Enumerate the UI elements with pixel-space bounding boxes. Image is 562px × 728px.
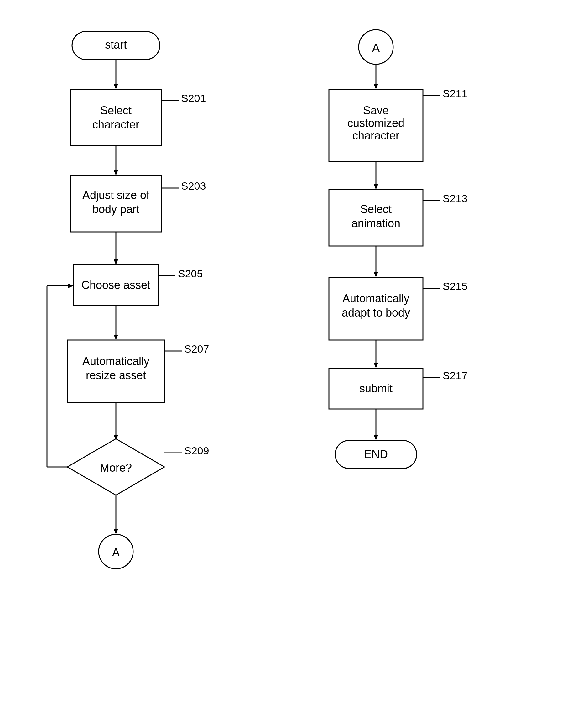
s213-step: S213 <box>443 192 467 204</box>
s209-step: S209 <box>184 445 209 457</box>
s207-label: Automatically <box>82 355 150 368</box>
s213-label2: animation <box>351 217 400 230</box>
s205-step: S205 <box>178 268 203 280</box>
s211-label: Save <box>363 104 389 117</box>
svg-marker-34 <box>374 435 378 440</box>
svg-marker-25 <box>374 184 378 190</box>
s211-label3: character <box>352 129 399 142</box>
s205-label: Choose asset <box>81 279 150 291</box>
s201-step: S201 <box>181 92 206 104</box>
s207-label2: resize asset <box>86 369 146 382</box>
start-label: start <box>105 38 127 51</box>
s213-label: Select <box>360 203 391 216</box>
svg-marker-28 <box>374 272 378 277</box>
s217-step: S217 <box>443 369 467 381</box>
a-circle-left-label: A <box>112 546 120 559</box>
svg-marker-1 <box>114 84 118 89</box>
s201-label2: character <box>92 118 139 131</box>
s211-label2: customized <box>347 117 404 129</box>
svg-marker-17 <box>114 529 118 534</box>
svg-marker-11 <box>114 335 118 340</box>
s215-label2: adapt to body <box>342 306 410 319</box>
s217-label: submit <box>359 382 392 395</box>
s203-step: S203 <box>181 180 206 192</box>
svg-marker-4 <box>114 170 118 175</box>
diagram-container: start Select character S201 Adjust size … <box>0 0 562 728</box>
end-label: END <box>364 448 388 461</box>
a-circle-right-label: A <box>372 41 380 54</box>
s207-step: S207 <box>184 343 209 355</box>
s203-label2: body part <box>92 203 139 216</box>
s209-label: More? <box>100 461 132 474</box>
svg-marker-22 <box>374 84 378 89</box>
s201-label: Select <box>100 104 132 117</box>
s211-step: S211 <box>443 87 467 99</box>
svg-marker-7 <box>114 259 118 265</box>
s201-node <box>71 89 161 146</box>
s215-step: S215 <box>443 280 467 292</box>
s203-label: Adjust size of <box>82 189 150 202</box>
svg-marker-31 <box>374 363 378 368</box>
s215-label: Automatically <box>342 292 409 305</box>
